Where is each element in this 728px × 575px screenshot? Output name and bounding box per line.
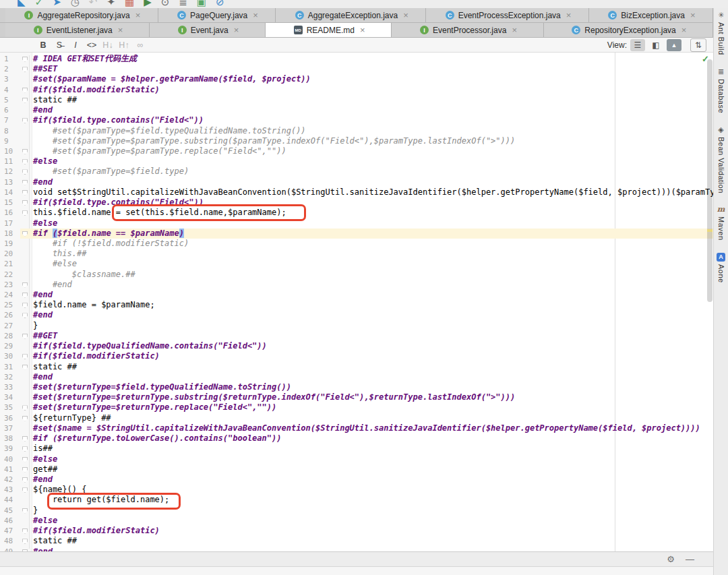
fold-marker-icon[interactable]	[22, 149, 28, 154]
italic-button[interactable]: I	[67, 40, 84, 50]
fold-marker-icon[interactable]	[22, 467, 28, 473]
tab-pagequery-java[interactable]: CPageQuery.java×	[158, 8, 276, 22]
fold-marker-icon[interactable]	[22, 57, 28, 62]
tab-eventprocessexception-java[interactable]: CEventProcessException.java×	[426, 8, 589, 22]
check-icon[interactable]: ✓	[35, 0, 44, 8]
code-line[interactable]: 32#end	[0, 372, 713, 382]
code-line[interactable]: 39is##	[0, 444, 713, 454]
code-editor[interactable]: 1# IDEA GET和SET代码生成2##SET3#set($paramNam…	[0, 53, 713, 551]
build-hammer-icon[interactable]: ✦	[107, 0, 115, 8]
fold-marker-icon[interactable]	[22, 334, 28, 339]
code-line[interactable]: 4#if($field.modifierStatic)	[0, 85, 713, 95]
gear-icon[interactable]: ⚙	[667, 554, 675, 564]
tab-eventlistener-java[interactable]: IEventListener.java×	[5, 23, 150, 37]
code-line[interactable]: 24#end	[0, 290, 713, 300]
forward-arrow-icon[interactable]: ➤	[53, 0, 61, 8]
fold-marker-icon[interactable]	[22, 446, 28, 452]
code-line[interactable]: 48static ##	[0, 536, 713, 546]
bold-button[interactable]: B	[35, 40, 51, 50]
fold-marker-icon[interactable]	[22, 169, 28, 175]
code-line[interactable]: 5static ##	[0, 95, 713, 105]
strikethrough-button[interactable]: S̶	[51, 40, 67, 50]
fold-marker-icon[interactable]	[22, 416, 28, 421]
view-preview-button[interactable]: ▲	[667, 39, 681, 51]
tool-window-button-database[interactable]: ≣Database	[717, 67, 725, 113]
fold-marker-icon[interactable]	[22, 405, 28, 411]
code-line[interactable]: 23 #end	[0, 280, 713, 290]
code-line[interactable]: 26#end	[0, 310, 713, 320]
code-line[interactable]: 7#if($field.type.contains("Field<"))	[0, 115, 713, 125]
tab-event-java[interactable]: IEvent.java×	[150, 23, 266, 37]
fold-marker-icon[interactable]	[22, 477, 28, 483]
auto-scroll-button[interactable]: ⇅	[690, 38, 706, 52]
fold-marker-icon[interactable]	[22, 67, 28, 72]
fold-marker-icon[interactable]	[22, 365, 28, 370]
fold-marker-icon[interactable]	[22, 436, 28, 442]
tab-eventprocessor-java[interactable]: IEventProcessor.java×	[392, 23, 543, 37]
code-line[interactable]: 27}	[0, 321, 713, 331]
fold-marker-icon[interactable]	[22, 231, 28, 237]
code-line[interactable]: 45}	[0, 506, 713, 516]
code-line[interactable]: 35#set($returnType=$returnType.replace("…	[0, 402, 713, 413]
code-line[interactable]: 34#set($returnType=$returnType.substring…	[0, 392, 713, 402]
code-line[interactable]: 9 #set($paramType=$paramType.substring($…	[0, 136, 713, 146]
fold-marker-icon[interactable]	[22, 210, 28, 216]
code-line[interactable]: 40#else	[0, 454, 713, 464]
fold-marker-icon[interactable]	[22, 293, 28, 298]
history-clock-icon[interactable]: ◷	[71, 0, 80, 8]
code-line[interactable]: 33#set($returnType=$field.typeQualifiedN…	[0, 382, 713, 392]
fold-marker-icon[interactable]	[22, 282, 28, 288]
fold-marker-icon[interactable]	[22, 528, 28, 534]
fold-marker-icon[interactable]	[22, 159, 28, 164]
code-line[interactable]: 10 #set($paramType=$paramType.replace("F…	[0, 146, 713, 156]
code-line[interactable]: 17#else	[0, 218, 713, 229]
run-window-icon[interactable]: ▶	[144, 0, 152, 8]
code-line[interactable]: 38#if ($returnType.toLowerCase().contain…	[0, 433, 713, 444]
code-line[interactable]: 6#end	[0, 105, 713, 115]
fold-marker-icon[interactable]	[22, 354, 28, 359]
fold-marker-icon[interactable]	[22, 508, 28, 514]
code-line[interactable]: 13#end	[0, 177, 713, 187]
code-line[interactable]: 42#end	[0, 475, 713, 485]
close-icon[interactable]: ×	[118, 25, 123, 35]
fold-marker-icon[interactable]	[22, 180, 28, 185]
code-line[interactable]: 11#else	[0, 156, 713, 167]
code-line[interactable]: 14void set$StringUtil.capitalizeWithJava…	[0, 187, 713, 198]
run-icon[interactable]: ◣	[18, 0, 26, 8]
tool-window-button-aone[interactable]: AAone	[717, 253, 725, 283]
code-line[interactable]: 46#else	[0, 516, 713, 526]
close-icon[interactable]: ×	[690, 10, 696, 20]
search-icon[interactable]: ⊙	[161, 0, 170, 8]
code-line[interactable]: 31static ##	[0, 362, 713, 372]
code-line[interactable]: 21 #else	[0, 259, 713, 269]
fold-marker-icon[interactable]	[22, 98, 28, 103]
code-button[interactable]: <>	[84, 40, 100, 50]
fold-marker-icon[interactable]	[22, 118, 28, 123]
code-line[interactable]: 43${name}() {	[0, 485, 713, 495]
code-line[interactable]: 44 return get($field.name);	[0, 495, 713, 505]
header-up-button[interactable]: H↑	[116, 40, 132, 50]
fold-marker-icon[interactable]	[22, 457, 28, 462]
code-line[interactable]: 16this.$field.name = set(this.$field.nam…	[0, 208, 713, 218]
close-icon[interactable]: ×	[681, 25, 687, 35]
code-line[interactable]: 8 #set($paramType=$field.typeQualifiedNa…	[0, 126, 713, 136]
prohibit-icon[interactable]: ⊘	[216, 0, 224, 8]
close-icon[interactable]: ×	[512, 25, 517, 35]
code-line[interactable]: 49#end	[0, 547, 713, 552]
close-icon[interactable]: ×	[135, 10, 141, 20]
fold-marker-icon[interactable]	[22, 487, 28, 493]
code-line[interactable]: 25$field.name = $paramName;	[0, 300, 713, 310]
fold-marker-icon[interactable]	[22, 539, 28, 544]
code-line[interactable]: 12 #set($paramType=$field.type)	[0, 167, 713, 177]
tool-window-button-ant-build[interactable]: ✳Ant Build	[717, 11, 725, 55]
tab-aggregaterepository-java[interactable]: IAggregateRepository.java×	[5, 8, 158, 22]
tool-window-button-maven[interactable]: mMaven	[717, 205, 725, 241]
minimize-icon[interactable]: —	[686, 554, 694, 564]
view-editor-only-button[interactable]: ☰	[630, 39, 645, 51]
code-line[interactable]: 2##SET	[0, 64, 713, 74]
close-icon[interactable]: ×	[234, 25, 239, 35]
link-button[interactable]: ∞	[132, 40, 148, 50]
tab-bizexception-java[interactable]: CBizException.java×	[589, 8, 713, 22]
settings-squares-icon[interactable]: ▦	[125, 0, 134, 8]
code-line[interactable]: 41get##	[0, 464, 713, 475]
